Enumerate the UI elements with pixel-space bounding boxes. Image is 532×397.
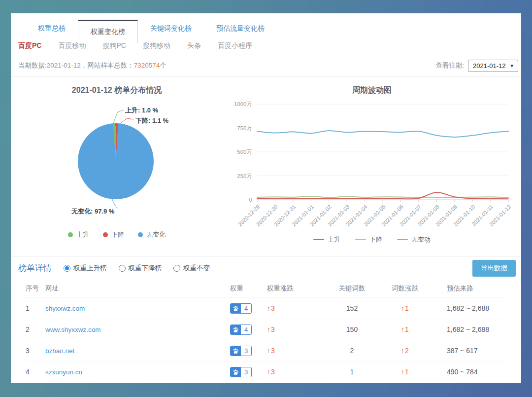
up-arrow-icon: ↑ (267, 304, 270, 312)
leader-line-up (113, 110, 124, 124)
pie-legend-item-up[interactable]: 上升 (68, 230, 89, 239)
leader-line-down (120, 118, 133, 124)
legend-label-same: 无变化 (146, 230, 166, 239)
current-data-text: 当期数据:2021-01-12，网站样本总数：7320574个 (18, 61, 166, 70)
keywords-change-value: 1 (405, 368, 409, 376)
keywords-change-value: 1 (405, 304, 409, 312)
radio-weight-same-label: 权重不变 (183, 264, 210, 273)
y-axis-label: 500万 (237, 149, 252, 155)
cell-url-link[interactable]: bzhan.net (45, 347, 230, 355)
up-arrow-icon: ↑ (401, 325, 404, 333)
sample-count-value: 7320574 (134, 62, 160, 69)
radio-weight-same[interactable]: 权重不变 (173, 264, 210, 273)
weight-change-value: 3 (271, 347, 275, 355)
radio-weight-same-input[interactable] (173, 265, 180, 272)
cell-weight: 4 (230, 303, 267, 314)
table-row: 2 www.shyxxwz.com 4 ↑3 150 ↑1 1,682 ~ 2,… (26, 319, 506, 340)
cell-weight-change: ↑3 (267, 368, 331, 376)
current-data-label: 当期数据: (18, 62, 47, 69)
subtab-sogou-mobile[interactable]: 搜狗移动 (143, 41, 170, 50)
chevron-down-icon: ▾ (510, 63, 513, 69)
sample-count-label: ，网站样本总数： (81, 62, 134, 69)
period-select[interactable]: 2021-01-12 ▾ (468, 60, 518, 72)
line-legend-item-down[interactable]: 下降 (355, 235, 382, 244)
line-legend-item-same[interactable]: 无变动 (397, 235, 431, 244)
up-arrow-icon: ↑ (401, 368, 404, 376)
details-title: 榜单详情 (18, 262, 52, 274)
ranking-table: 序号 网址 权重 权重涨跌 关键词数 词数涨跌 预估来路 1 shyxxwz.c… (11, 280, 521, 382)
cell-url-link[interactable]: www.shyxxwz.com (45, 326, 230, 333)
cell-traffic: 1,682 ~ 2,688 (437, 304, 506, 312)
pie-label-up: 上升: 1.0 % (125, 106, 158, 115)
line-legend-item-up[interactable]: 上升 (313, 235, 340, 244)
radio-weight-down[interactable]: 权重下降榜 (119, 264, 162, 273)
tab-keyword-change[interactable]: 关键词变化榜 (138, 20, 204, 37)
baidu-weight-badge: 4 (230, 303, 252, 314)
subtab-toutiao[interactable]: 头条 (187, 41, 201, 50)
table-header-row: 序号 网址 权重 权重涨跌 关键词数 词数涨跌 预估来路 (26, 280, 506, 297)
cell-weight-change: ↑3 (267, 304, 331, 312)
pie-chart-title: 2021-01-12 榜单分布情况 (11, 85, 223, 96)
radio-weight-up-input[interactable] (64, 265, 70, 272)
legend-dot-up (68, 232, 73, 237)
cell-keywords: 1 (331, 368, 373, 376)
tab-weight-overall[interactable]: 权重总榜 (26, 20, 78, 37)
table-row: 4 szxunyun.cn 3 ↑3 1 ↑1 490 ~ 784 (26, 361, 506, 382)
series-line (257, 192, 508, 199)
cell-url-link[interactable]: szxunyun.cn (45, 368, 230, 376)
legend-dot-same (138, 232, 143, 237)
weight-change-value: 3 (271, 368, 275, 376)
cell-keywords-change: ↑1 (373, 304, 437, 312)
cell-index: 4 (26, 368, 45, 376)
keywords-change-value: 2 (405, 347, 409, 355)
y-axis-label: 250万 (237, 173, 252, 179)
cell-weight-change: ↑3 (267, 325, 331, 333)
sample-count-unit: 个 (160, 62, 166, 69)
legend-line-up (313, 239, 324, 240)
main-tab-bar: 权重总榜 权重变化榜 关键词变化榜 预估流量变化榜 (11, 13, 521, 37)
radio-weight-down-label: 权重下降榜 (129, 264, 162, 273)
legend-dot-down (103, 232, 108, 237)
col-header-weight-change: 权重涨跌 (267, 284, 331, 293)
subtab-baidu-miniapp[interactable]: 百度小程序 (218, 41, 252, 50)
cell-traffic: 1,682 ~ 2,688 (437, 325, 506, 333)
info-bar: 当期数据:2021-01-12，网站样本总数：7320574个 查看往期: 20… (11, 55, 521, 76)
col-header-traffic: 预估来路 (437, 284, 506, 293)
charts-row: 2021-01-12 榜单分布情况 上升: 1.0 % 下降: 1.1 % 无变… (11, 76, 521, 253)
cell-traffic: 387 ~ 617 (437, 347, 506, 355)
radio-weight-up[interactable]: 权重上升榜 (64, 264, 107, 273)
pie-legend-item-same[interactable]: 无变化 (138, 230, 166, 239)
up-arrow-icon: ↑ (401, 304, 404, 312)
line-chart-panel: 周期波动图 0250万500万750万1000万2020-12-292020-1… (223, 76, 521, 253)
cell-index: 1 (26, 304, 45, 312)
current-data-date: 2021-01-12 (47, 62, 81, 69)
subtab-baidu-pc[interactable]: 百度PC (18, 41, 41, 50)
tab-weight-change[interactable]: 权重变化榜 (78, 20, 138, 43)
cell-url-link[interactable]: shyxxwz.com (45, 305, 230, 312)
table-row: 3 bzhan.net 3 ↑3 2 ↑2 387 ~ 617 (26, 340, 506, 361)
cell-weight-change: ↑3 (267, 347, 331, 355)
pie-legend-item-down[interactable]: 下降 (103, 230, 124, 239)
baidu-paw-icon (231, 325, 241, 334)
legend-label-line-up: 上升 (328, 235, 340, 244)
cell-weight: 3 (230, 367, 267, 377)
export-data-button[interactable]: 导出数据 (472, 260, 516, 277)
cell-index: 3 (26, 347, 45, 355)
period-label: 查看往期: (435, 61, 464, 70)
col-header-keywords: 关键词数 (331, 284, 373, 293)
series-line (257, 196, 508, 198)
tab-traffic-change[interactable]: 预估流量变化榜 (204, 20, 277, 37)
weight-value: 3 (241, 367, 251, 377)
weight-change-value: 3 (271, 304, 275, 312)
up-arrow-icon: ↑ (267, 347, 270, 355)
cell-keywords-change: ↑1 (373, 368, 437, 376)
weight-value: 4 (241, 325, 251, 334)
weight-value: 3 (241, 346, 251, 356)
pie-label-down: 下降: 1.1 % (135, 116, 168, 125)
baidu-weight-badge: 3 (230, 346, 252, 356)
baidu-paw-icon (231, 346, 241, 356)
details-header: 榜单详情 权重上升榜 权重下降榜 权重不变 导出数据 (11, 256, 521, 280)
radio-weight-down-input[interactable] (119, 265, 126, 272)
cell-keywords: 152 (331, 304, 373, 312)
up-arrow-icon: ↑ (267, 325, 270, 333)
